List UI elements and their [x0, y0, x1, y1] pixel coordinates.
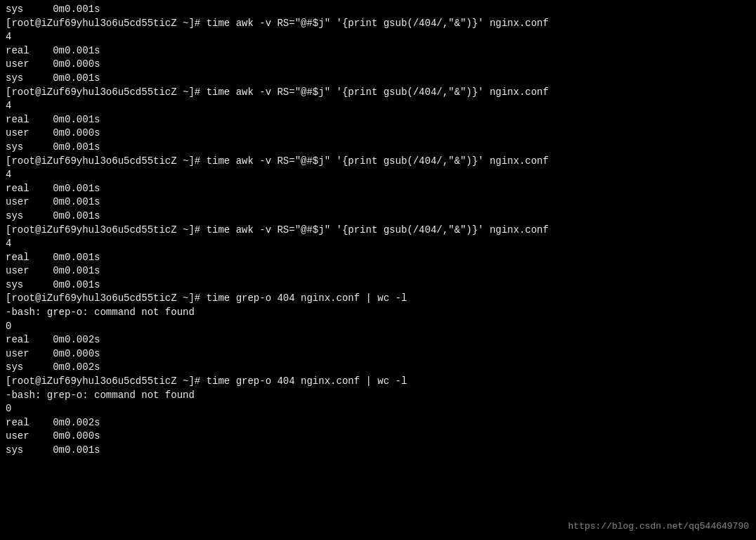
terminal-output: user 0m0.000s [6, 127, 750, 141]
terminal-prompt: [root@iZuf69yhul3o6u5cd55ticZ ~]# time g… [6, 292, 750, 306]
watermark: https://blog.csdn.net/qq544649790 [568, 520, 749, 533]
terminal-output: user 0m0.000s [6, 430, 750, 444]
terminal-output: sys 0m0.001s [6, 444, 750, 458]
terminal-output: real 0m0.001s [6, 44, 750, 58]
terminal-prompt: [root@iZuf69yhul3o6u5cd55ticZ ~]# time a… [6, 17, 750, 31]
terminal-output: sys 0m0.001s [6, 278, 750, 292]
terminal-output: 0 [6, 320, 750, 334]
terminal-output: real 0m0.002s [6, 333, 750, 347]
terminal-output: sys 0m0.001s [6, 210, 750, 224]
terminal-output: user 0m0.001s [6, 264, 750, 278]
terminal-output: real 0m0.002s [6, 416, 750, 430]
terminal-output: real 0m0.001s [6, 251, 750, 265]
terminal-content: sys 0m0.001s [root@iZuf69yhul3o6u5cd55ti… [6, 3, 750, 458]
terminal-output: -bash: grep-o: command not found [6, 306, 750, 320]
terminal-prompt: [root@iZuf69yhul3o6u5cd55ticZ ~]# time g… [6, 375, 750, 389]
terminal-window: sys 0m0.001s [root@iZuf69yhul3o6u5cd55ti… [0, 0, 756, 540]
terminal-output: sys 0m0.001s [6, 72, 750, 86]
terminal-output: user 0m0.000s [6, 347, 750, 361]
terminal-output: sys 0m0.001s [6, 141, 750, 155]
terminal-output: 4 [6, 237, 750, 251]
terminal-prompt: [root@iZuf69yhul3o6u5cd55ticZ ~]# time a… [6, 86, 750, 100]
terminal-prompt: [root@iZuf69yhul3o6u5cd55ticZ ~]# time a… [6, 224, 750, 238]
terminal-output: real 0m0.001s [6, 182, 750, 196]
terminal-output: 4 [6, 99, 750, 113]
terminal-output: user 0m0.001s [6, 195, 750, 210]
terminal-prompt: [root@iZuf69yhul3o6u5cd55ticZ ~]# time a… [6, 155, 750, 169]
terminal-output: -bash: grep-o: command not found [6, 389, 750, 403]
terminal-output: 4 [6, 30, 750, 44]
terminal-output: 0 [6, 402, 750, 416]
terminal-output: real 0m0.001s [6, 113, 750, 127]
terminal-output: user 0m0.000s [6, 58, 750, 72]
terminal-output: sys 0m0.002s [6, 361, 750, 375]
terminal-output: 4 [6, 168, 750, 182]
terminal-output: sys 0m0.001s [6, 3, 750, 17]
